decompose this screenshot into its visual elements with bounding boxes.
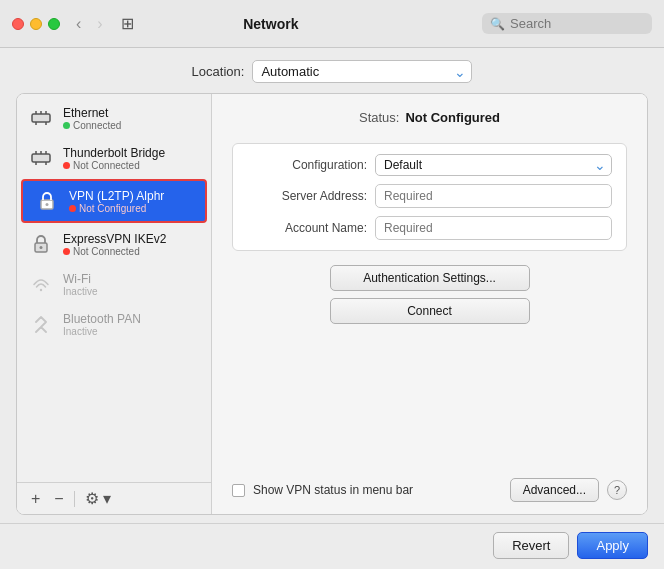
back-button[interactable]: ‹ <box>72 13 85 35</box>
show-vpn-checkbox[interactable] <box>232 484 245 497</box>
bottom-pane: Ethernet Connected <box>16 93 648 515</box>
status-label: Status: <box>359 110 399 125</box>
ethernet-icon <box>27 104 55 132</box>
svg-rect-0 <box>32 114 50 122</box>
svg-point-16 <box>40 289 42 291</box>
bluetooth-name: Bluetooth PAN <box>63 312 141 326</box>
config-row: Configuration: Default ⌄ <box>247 154 612 176</box>
sidebar-item-vpn-l2tp[interactable]: VPN (L2TP) Alphr Not Configured <box>21 179 207 223</box>
sidebar-toolbar: + − ⚙︎ ▾ <box>17 482 211 514</box>
status-value: Not Configured <box>405 110 500 125</box>
ethernet-status: Connected <box>63 120 121 131</box>
minimize-button[interactable] <box>30 18 42 30</box>
connect-button[interactable]: Connect <box>330 298 530 324</box>
location-select-wrapper: Automatic ⌄ <box>252 60 472 83</box>
advanced-button[interactable]: Advanced... <box>510 478 599 502</box>
vpn-l2tp-dot <box>69 205 76 212</box>
config-select-wrapper: Default ⌄ <box>375 154 612 176</box>
sidebar-item-bluetooth[interactable]: Bluetooth PAN Inactive <box>17 304 211 344</box>
wifi-icon <box>27 270 55 298</box>
grid-button[interactable]: ⊞ <box>115 12 140 35</box>
bluetooth-status: Inactive <box>63 326 141 337</box>
expressvpn-icon <box>27 230 55 258</box>
settings-menu-button[interactable]: ⚙︎ ▾ <box>79 487 117 510</box>
main-content: Location: Automatic ⌄ <box>0 48 664 523</box>
ethernet-dot <box>63 122 70 129</box>
svg-rect-6 <box>32 154 50 162</box>
thunderbolt-status: Not Connected <box>63 160 165 171</box>
expressvpn-info: ExpressVPN IKEv2 Not Connected <box>63 232 166 257</box>
thunderbolt-icon <box>27 144 55 172</box>
ethernet-info: Ethernet Connected <box>63 106 121 131</box>
panel-spacer <box>232 334 627 468</box>
auth-settings-button[interactable]: Authentication Settings... <box>330 265 530 291</box>
close-button[interactable] <box>12 18 24 30</box>
maximize-button[interactable] <box>48 18 60 30</box>
add-network-button[interactable]: + <box>25 488 46 510</box>
location-select[interactable]: Automatic <box>252 60 472 83</box>
sidebar-item-ethernet[interactable]: Ethernet Connected <box>17 98 211 138</box>
sidebar: Ethernet Connected <box>17 94 212 514</box>
svg-point-15 <box>40 246 43 249</box>
status-row: Status: Not Configured <box>232 110 627 125</box>
search-box: 🔍 <box>482 13 652 34</box>
ethernet-name: Ethernet <box>63 106 121 120</box>
config-form: Configuration: Default ⌄ Server Address: <box>232 143 627 251</box>
config-select[interactable]: Default <box>375 154 612 176</box>
expressvpn-name: ExpressVPN IKEv2 <box>63 232 166 246</box>
wifi-info: Wi-Fi Inactive <box>63 272 97 297</box>
bluetooth-info: Bluetooth PAN Inactive <box>63 312 141 337</box>
help-button[interactable]: ? <box>607 480 627 500</box>
action-buttons: Authentication Settings... Connect <box>232 265 627 324</box>
thunderbolt-dot <box>63 162 70 169</box>
bluetooth-icon <box>27 310 55 338</box>
account-label: Account Name: <box>247 221 367 235</box>
remove-network-button[interactable]: − <box>48 488 69 510</box>
forward-button[interactable]: › <box>93 13 106 35</box>
location-row: Location: Automatic ⌄ <box>16 60 648 83</box>
server-address-input[interactable] <box>375 184 612 208</box>
wifi-status: Inactive <box>63 286 97 297</box>
toolbar-separator <box>74 491 75 507</box>
svg-point-13 <box>46 203 49 206</box>
apply-button[interactable]: Apply <box>577 532 648 559</box>
window-footer: Revert Apply <box>0 523 664 569</box>
server-row: Server Address: <box>247 184 612 208</box>
network-list: Ethernet Connected <box>17 94 211 482</box>
show-vpn-label: Show VPN status in menu bar <box>253 483 413 497</box>
search-input[interactable] <box>510 16 644 31</box>
vpn-l2tp-name: VPN (L2TP) Alphr <box>69 189 164 203</box>
titlebar: ‹ › ⊞ Network 🔍 <box>0 0 664 48</box>
expressvpn-dot <box>63 248 70 255</box>
sidebar-item-thunderbolt[interactable]: Thunderbolt Bridge Not Connected <box>17 138 211 178</box>
thunderbolt-info: Thunderbolt Bridge Not Connected <box>63 146 165 171</box>
config-label: Configuration: <box>247 158 367 172</box>
right-panel: Status: Not Configured Configuration: De… <box>212 94 647 514</box>
server-label: Server Address: <box>247 189 367 203</box>
vpn-lock-icon <box>33 187 61 215</box>
window-title: Network <box>148 16 394 32</box>
sidebar-item-expressvpn[interactable]: ExpressVPN IKEv2 Not Connected <box>17 224 211 264</box>
show-vpn-row: Show VPN status in menu bar Advanced... … <box>232 478 627 502</box>
wifi-name: Wi-Fi <box>63 272 97 286</box>
traffic-lights <box>12 18 60 30</box>
thunderbolt-name: Thunderbolt Bridge <box>63 146 165 160</box>
account-row: Account Name: <box>247 216 612 240</box>
sidebar-item-wifi[interactable]: Wi-Fi Inactive <box>17 264 211 304</box>
search-icon: 🔍 <box>490 17 505 31</box>
vpn-l2tp-info: VPN (L2TP) Alphr Not Configured <box>69 189 164 214</box>
vpn-l2tp-status: Not Configured <box>69 203 164 214</box>
location-label: Location: <box>192 64 245 79</box>
expressvpn-status: Not Connected <box>63 246 166 257</box>
revert-button[interactable]: Revert <box>493 532 569 559</box>
account-name-input[interactable] <box>375 216 612 240</box>
